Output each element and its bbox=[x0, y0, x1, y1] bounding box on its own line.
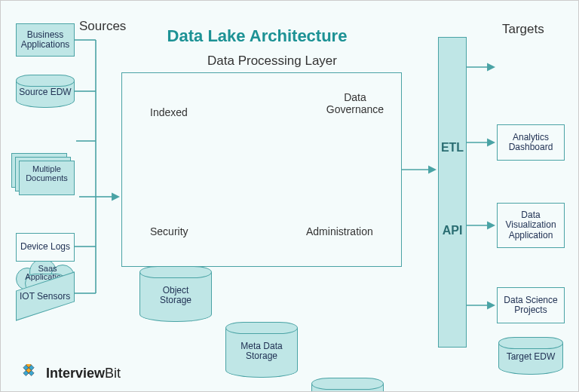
source-multi-docs-label: Multiple Documents bbox=[19, 165, 75, 182]
api-label: API bbox=[438, 224, 467, 237]
source-device-logs: Device Logs bbox=[16, 233, 75, 262]
main-title: Data Lake Architecture bbox=[159, 26, 355, 46]
target-viz-label: Data Visualization Application bbox=[505, 210, 556, 240]
source-edw-cyl: Source EDW bbox=[16, 75, 75, 108]
indexed-label: Indexed bbox=[150, 106, 188, 118]
source-multi-docs: Multiple Documents bbox=[11, 153, 84, 198]
target-edw-label: Target EDW bbox=[498, 352, 563, 362]
object-storage-label: Object Storage bbox=[139, 286, 212, 305]
source-iot-label: IOT Sensors bbox=[20, 291, 70, 302]
target-analytics-label: Analytics Dashboard bbox=[509, 133, 553, 152]
brand-logo-icon bbox=[16, 364, 41, 382]
etl-label: ETL bbox=[438, 141, 467, 155]
meta-storage-cyl: Meta Data Storage bbox=[225, 322, 298, 378]
source-business-apps-label: Business Applications bbox=[21, 30, 70, 50]
target-viz: Data Visualization Application bbox=[497, 203, 565, 248]
administration-label: Administration bbox=[306, 225, 373, 237]
target-analytics: Analytics Dashboard bbox=[497, 124, 565, 161]
etl-bar bbox=[438, 37, 467, 348]
sources-title: Sources bbox=[79, 19, 126, 34]
source-device-logs-label: Device Logs bbox=[20, 242, 70, 252]
meta-storage-label: Meta Data Storage bbox=[225, 341, 298, 361]
targets-title: Targets bbox=[502, 22, 544, 37]
object-storage-cyl: Object Storage bbox=[139, 266, 212, 322]
brand-text: InterviewBit bbox=[46, 366, 121, 381]
brand-footer: InterviewBit bbox=[16, 364, 121, 382]
source-business-apps: Business Applications bbox=[16, 23, 75, 57]
source-edw-label: Source EDW bbox=[16, 87, 75, 97]
diagram-canvas: Data Lake Architecture Sources Data Proc… bbox=[1, 1, 578, 391]
target-datasci-label: Data Science Projects bbox=[504, 296, 557, 315]
security-label: Security bbox=[150, 225, 188, 237]
target-edw-cyl: Target EDW bbox=[498, 337, 563, 375]
replications-cyl: Replications bbox=[311, 378, 384, 392]
target-datasci: Data Science Projects bbox=[497, 287, 565, 323]
governance-label: Data Governance bbox=[317, 91, 393, 115]
processing-title: Data Processing Layer bbox=[185, 54, 359, 69]
